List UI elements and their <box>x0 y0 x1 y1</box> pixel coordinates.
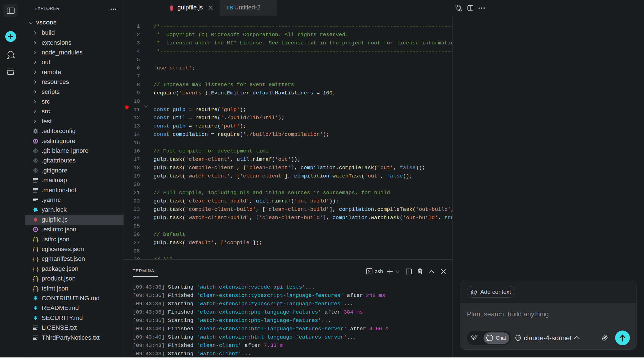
svg-text:}: } <box>36 246 39 252</box>
svg-text:}: } <box>36 276 39 282</box>
svg-text:}: } <box>36 286 39 292</box>
svg-text:}: } <box>36 266 39 272</box>
svg-text:}: } <box>36 236 39 242</box>
svg-text:}: } <box>36 256 39 262</box>
